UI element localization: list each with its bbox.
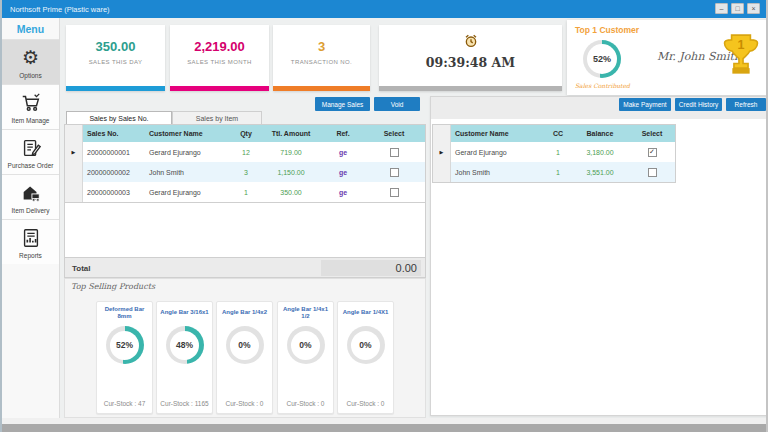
- sidebar-item-purchase-order[interactable]: Purchase Order: [2, 129, 59, 174]
- table-row[interactable]: 20000000002 John Smith 3 1,150.00 ge: [65, 162, 425, 182]
- product-card: Angle Bar 3/16x1 48% Cur-Stock : 1165: [156, 301, 213, 414]
- product-donut: 0%: [347, 326, 385, 364]
- minimize-button[interactable]: –: [715, 3, 728, 14]
- row-marker[interactable]: ▶: [433, 142, 451, 162]
- product-donut: 0%: [287, 326, 325, 364]
- stat-card-transactions: 3 TRANSACTION NO.: [273, 25, 370, 91]
- stat-bar: [273, 86, 370, 91]
- clock-card: 09:39:48 AM: [379, 25, 562, 91]
- maximize-button[interactable]: □: [731, 3, 744, 14]
- col-ref: Ref.: [323, 130, 363, 137]
- table-row[interactable]: John Smith 1 3,551.00: [433, 162, 675, 182]
- product-stock: Cur-Stock : 0: [217, 400, 272, 407]
- cart-icon: [20, 91, 42, 115]
- stat-bar: [170, 86, 269, 91]
- cell-sales-no: 20000000003: [83, 189, 145, 196]
- select-checkbox[interactable]: [648, 148, 657, 157]
- table-row[interactable]: ▶ 20000000001 Gerard Ejurango 12 719.00 …: [65, 142, 425, 162]
- window-title: Northsoft Prime (Plastic ware): [10, 5, 110, 14]
- select-checkbox[interactable]: [390, 188, 399, 197]
- gear-icon: ⚙: [22, 46, 39, 70]
- product-percent: 0%: [291, 331, 320, 360]
- product-donut: 52%: [106, 326, 144, 364]
- void-button[interactable]: Void: [374, 97, 420, 111]
- make-payment-button[interactable]: Make Payment: [619, 98, 671, 111]
- select-checkbox[interactable]: [390, 148, 399, 157]
- total-value: 0.00: [321, 260, 421, 276]
- row-marker[interactable]: ▶: [65, 142, 83, 162]
- sidebar-item-label: Options: [19, 72, 41, 79]
- col-balance: Balance: [571, 130, 629, 137]
- product-stock: Cur-Stock : 0: [278, 400, 333, 407]
- col-sales-no: Sales No.: [83, 130, 145, 137]
- select-checkbox[interactable]: [390, 168, 399, 177]
- product-name: Angle Bar 1/4x2: [217, 302, 272, 324]
- row-selector-header: [433, 125, 451, 142]
- sidebar-item-options[interactable]: ⚙ Options: [2, 39, 59, 84]
- clock-bar: [379, 86, 562, 91]
- top-customer-panel: Top 1 Customer 52% Sales Contributed Mr.…: [567, 20, 768, 95]
- top-customer-title: Top 1 Customer: [575, 25, 639, 35]
- sidebar-item-label: Item Manage: [12, 117, 50, 124]
- alarm-clock-icon: [379, 33, 562, 53]
- col-ttl-amount: Ttl. Amount: [259, 130, 323, 137]
- product-percent: 0%: [230, 331, 259, 360]
- cell-balance: 3,551.00: [571, 169, 629, 176]
- sidebar-item-item-manage[interactable]: Item Manage: [2, 84, 59, 129]
- trophy-icon: 1: [722, 32, 760, 80]
- purchase-order-icon: [20, 136, 42, 160]
- stat-card-sales-day: 350.00 SALES THIS DAY: [66, 25, 165, 91]
- transaction-count-value: 3: [273, 39, 370, 54]
- manage-sales-button[interactable]: Manage Sales: [315, 97, 370, 111]
- row-marker[interactable]: [433, 162, 451, 182]
- product-donut: 48%: [166, 326, 204, 364]
- col-select: Select: [629, 130, 675, 137]
- cell-balance: 3,180.00: [571, 149, 629, 156]
- stat-bar: [66, 86, 165, 91]
- sales-contributed-donut: 52%: [583, 40, 621, 78]
- total-row: Total 0.00: [64, 258, 426, 278]
- sidebar-item-label: Item Delivery: [12, 207, 50, 214]
- credit-history-button[interactable]: Credit History: [675, 98, 722, 111]
- total-label: Total: [72, 264, 91, 273]
- table-row[interactable]: 20000000003 Gerard Ejurango 1 350.00 ge: [65, 182, 425, 202]
- product-card: Angle Bar 1/4x2 0% Cur-Stock : 0: [216, 301, 273, 414]
- product-percent: 48%: [170, 331, 199, 360]
- cell-customer: Gerard Ejurango: [145, 189, 233, 196]
- row-marker[interactable]: [65, 182, 83, 202]
- menu-header: Menu: [2, 18, 59, 39]
- svg-text:1: 1: [738, 38, 745, 52]
- sidebar-menu: Menu ⚙ Options Item Manage Purchase Orde: [2, 18, 60, 420]
- sales-contributed-percent: 52%: [587, 44, 617, 74]
- sidebar-item-reports[interactable]: Reports: [2, 219, 59, 264]
- cell-amount: 1,150.00: [259, 169, 323, 176]
- product-stock: Cur-Stock : 47: [97, 400, 152, 407]
- transaction-count-label: TRANSACTION NO.: [273, 59, 370, 65]
- col-customer-name: Customer Name: [145, 130, 233, 137]
- select-checkbox[interactable]: [648, 168, 657, 177]
- product-name: Angle Bar 1/4X1: [338, 302, 393, 324]
- row-marker[interactable]: [65, 162, 83, 182]
- sidebar-item-item-delivery[interactable]: Item Delivery: [2, 174, 59, 219]
- customer-table: Customer Name CC Balance Select ▶ Gerard…: [432, 124, 676, 183]
- cell-customer: John Smith: [145, 169, 233, 176]
- title-bar: Northsoft Prime (Plastic ware) – □ ×: [2, 0, 768, 18]
- cell-qty: 1: [233, 189, 259, 196]
- table-row[interactable]: ▶ Gerard Ejurango 1 3,180.00: [433, 142, 675, 162]
- tab-sales-by-sales-no[interactable]: Sales by Sales No.: [66, 111, 172, 124]
- product-card: Angle Bar 1/4X1 0% Cur-Stock : 0: [337, 301, 394, 414]
- tab-sales-by-item[interactable]: Sales by Item: [172, 111, 262, 124]
- cell-cc: 1: [545, 149, 571, 156]
- refresh-button[interactable]: Refresh: [726, 98, 766, 111]
- cell-qty: 12: [233, 149, 259, 156]
- col-qty: Qty: [233, 130, 259, 137]
- reports-icon: [20, 226, 42, 250]
- product-name: Angle Bar 1/4x1 1/2: [278, 302, 333, 324]
- product-stock: Cur-Stock : 0: [338, 400, 393, 407]
- cell-cc: 1: [545, 169, 571, 176]
- col-select: Select: [363, 130, 425, 137]
- cell-customer: Gerard Ejurango: [145, 149, 233, 156]
- close-button[interactable]: ×: [747, 3, 760, 14]
- sales-table: Sales No. Customer Name Qty Ttl. Amount …: [64, 124, 426, 203]
- stat-card-sales-month: 2,219.00 SALES THIS MONTH: [170, 25, 269, 91]
